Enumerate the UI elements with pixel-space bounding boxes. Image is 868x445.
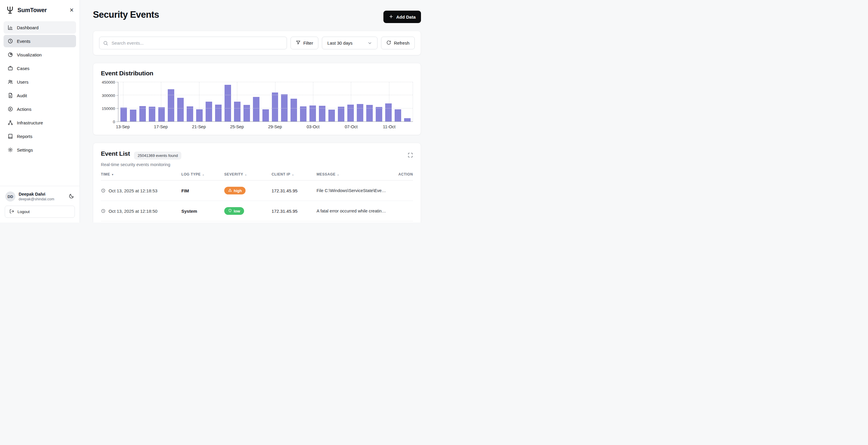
bar-15-Sep — [140, 106, 146, 122]
sort-down-icon: ▾ — [112, 173, 114, 176]
x-tick-label: 29-Sep — [268, 125, 282, 129]
add-data-label: Add Data — [396, 14, 416, 20]
sidebar-item-events[interactable]: Events — [4, 35, 76, 47]
chart-bars — [118, 82, 413, 122]
sort-up-icon: ▴ — [292, 173, 294, 176]
sidebar-item-label: Cases — [17, 66, 30, 71]
logout-button[interactable]: Logout — [5, 206, 75, 218]
bar-07-Oct — [347, 105, 354, 122]
add-data-button[interactable]: Add Data — [383, 11, 421, 23]
expand-button[interactable] — [408, 150, 413, 159]
sidebar-item-visualization[interactable]: Visualization — [4, 48, 76, 61]
bar-06-Oct — [338, 107, 344, 122]
plus-icon — [389, 14, 394, 20]
x-tick-label: 03-Oct — [307, 125, 320, 129]
sort-up-icon: ▴ — [245, 173, 247, 176]
column-header-client-ip[interactable]: CLIENT IP▴ — [272, 172, 316, 176]
refresh-button[interactable]: Refresh — [381, 37, 415, 49]
sidebar-item-label: Reports — [17, 134, 33, 139]
column-header-time[interactable]: TIME▾ — [101, 172, 181, 176]
x-tick-label: 11-Oct — [383, 125, 395, 129]
user-email: deepak@shindal.com — [19, 197, 54, 201]
bar-02-Oct — [300, 106, 307, 122]
chart-title: Event Distribution — [101, 70, 413, 77]
client-ip-cell: 172.31.45.95 — [272, 209, 316, 214]
severity-cell: high — [224, 187, 272, 195]
sidebar-item-infrastructure[interactable]: Infrastructure — [4, 116, 76, 129]
bar-20-Sep — [187, 106, 193, 122]
cases-icon — [8, 66, 13, 71]
events-icon — [8, 38, 13, 44]
bar-22-Sep — [206, 102, 212, 122]
chart-x-axis: 13-Sep17-Sep21-Sep25-Sep29-Sep03-Oct07-O… — [118, 122, 413, 131]
bar-24-Sep — [224, 85, 231, 122]
audit-icon — [8, 93, 13, 98]
column-header-severity[interactable]: SEVERITY▴ — [224, 172, 272, 176]
sidebar-item-label: Settings — [17, 147, 33, 152]
users-icon — [8, 79, 13, 84]
chart-y-axis: 0150000300000450000 — [101, 82, 118, 122]
visualization-icon — [8, 52, 13, 57]
filter-button[interactable]: Filter — [290, 37, 318, 49]
page-header: Security Events Add Data — [93, 9, 421, 23]
table-row[interactable]: Oct 13, 2025 at 12:18:53FIMhigh172.31.45… — [101, 180, 413, 201]
bar-29-Sep — [272, 93, 278, 122]
events-table: TIME▾LOG TYPE▴SEVERITY▴CLIENT IP▴MESSAGE… — [101, 172, 413, 221]
sidebar-item-reports[interactable]: Reports — [4, 130, 76, 142]
sidebar-item-audit[interactable]: Audit — [4, 89, 76, 102]
sidebar-close-button[interactable]: × — [70, 7, 74, 13]
client-ip-cell: 172.31.45.95 — [272, 188, 316, 193]
sidebar-item-users[interactable]: Users — [4, 76, 76, 88]
sidebar-item-settings[interactable]: Settings — [4, 144, 76, 156]
clock-icon — [101, 188, 105, 193]
table-row[interactable]: Oct 13, 2025 at 12:18:50Systemlow172.31.… — [101, 201, 413, 221]
bar-10-Oct — [376, 107, 382, 122]
bar-21-Sep — [196, 109, 203, 122]
app-title: SumTower — [18, 7, 47, 13]
bar-26-Sep — [244, 105, 250, 122]
column-label: CLIENT IP — [272, 172, 290, 176]
sidebar-item-label: Visualization — [17, 52, 42, 57]
refresh-label: Refresh — [394, 40, 409, 45]
column-label: TIME — [101, 172, 110, 176]
column-label: MESSAGE — [316, 172, 336, 176]
bar-17-Sep — [158, 107, 165, 122]
sort-up-icon: ▴ — [337, 173, 339, 176]
date-range-select[interactable]: Last 30 days — [322, 37, 377, 49]
gridline — [118, 95, 413, 95]
x-tick-label: 13-Sep — [116, 125, 130, 129]
bar-25-Sep — [234, 102, 241, 122]
column-header-message[interactable]: MESSAGE▴ — [316, 172, 392, 176]
reports-icon — [8, 134, 13, 139]
chart-plot-area — [118, 82, 413, 122]
bar-28-Sep — [262, 109, 269, 122]
x-tick-label: 25-Sep — [230, 125, 244, 129]
bar-11-Oct — [385, 103, 392, 122]
user-profile[interactable]: DD Deepak Dalvi deepak@shindal.com — [5, 190, 75, 206]
sidebar-item-label: Events — [17, 39, 30, 44]
bar-05-Oct — [329, 110, 335, 122]
main-content: Security Events Add Data Filter Last 30 … — [80, 0, 434, 222]
event-list-card: Event List 25041369 events found Real-ti… — [93, 143, 421, 222]
bar-16-Sep — [149, 107, 155, 122]
sidebar-item-dashboard[interactable]: Dashboard — [4, 21, 76, 34]
event-list-subtitle: Real-time security events monitoring — [101, 162, 413, 167]
sort-up-icon: ▴ — [203, 173, 204, 176]
sidebar-item-cases[interactable]: Cases — [4, 62, 76, 74]
events-found-badge: 25041369 events found — [134, 151, 181, 160]
events-toolbar: Filter Last 30 days Refresh — [93, 31, 421, 55]
event-list-title: Event List — [101, 150, 130, 157]
event-distribution-chart: 0150000300000450000 13-Sep17-Sep21-Sep25… — [101, 82, 413, 131]
search-input[interactable] — [99, 37, 287, 49]
x-tick-label: 17-Sep — [154, 125, 168, 129]
sidebar-item-label: Audit — [17, 93, 27, 98]
sidebar-item-actions[interactable]: Actions — [4, 103, 76, 115]
event-time: Oct 13, 2025 at 12:18:53 — [108, 188, 157, 193]
table-header-row: TIME▾LOG TYPE▴SEVERITY▴CLIENT IP▴MESSAGE… — [101, 172, 413, 180]
dark-mode-toggle[interactable] — [69, 193, 74, 200]
column-header-log-type[interactable]: LOG TYPE▴ — [181, 172, 224, 176]
event-time: Oct 13, 2025 at 12:18:50 — [108, 209, 157, 214]
bar-09-Oct — [366, 105, 373, 122]
logo-row: SumTower × — [0, 0, 80, 21]
sidebar-item-label: Users — [17, 79, 28, 84]
